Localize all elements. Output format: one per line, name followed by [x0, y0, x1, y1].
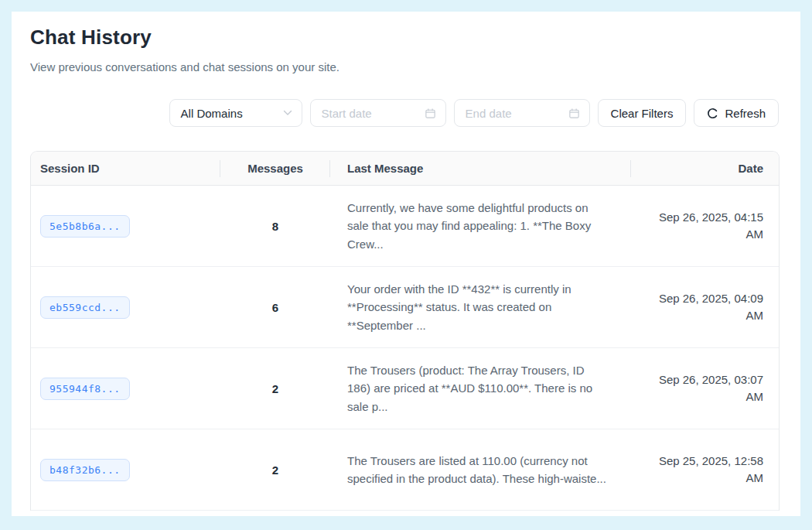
- column-header-session-id: Session ID: [31, 152, 220, 185]
- calendar-icon: [568, 108, 580, 119]
- refresh-button-label: Refresh: [725, 107, 766, 120]
- table-row[interactable]: 5e5b8b6a... 8 Currently, we have some de…: [31, 186, 779, 267]
- messages-count: 2: [272, 463, 278, 477]
- start-date-input[interactable]: Start date: [310, 99, 446, 127]
- refresh-button[interactable]: Refresh: [694, 99, 779, 127]
- last-message-preview: Your order with the ID **432** is curren…: [347, 280, 606, 334]
- date-text: Sep 25, 2025, 12:58 AM: [646, 453, 763, 487]
- last-message-cell: Your order with the ID **432** is curren…: [330, 269, 631, 345]
- calendar-icon: [425, 108, 436, 119]
- chat-history-panel: Chat History View previous conversations…: [12, 12, 800, 516]
- date-cell: Sep 26, 2025, 03:07 AM: [631, 371, 779, 405]
- messages-cell: 6: [220, 301, 330, 314]
- end-date-input[interactable]: End date: [454, 99, 590, 127]
- messages-count: 2: [272, 382, 278, 395]
- last-message-preview: Currently, we have some delightful produ…: [347, 199, 606, 253]
- column-header-date: Date: [631, 152, 779, 185]
- messages-cell: 2: [220, 463, 330, 477]
- last-message-cell: Currently, we have some delightful produ…: [330, 188, 631, 264]
- column-header-label: Last Message: [347, 162, 423, 175]
- clear-filters-button[interactable]: Clear Filters: [598, 99, 687, 127]
- column-header-label: Messages: [247, 162, 303, 175]
- date-text: Sep 26, 2025, 04:15 AM: [646, 209, 763, 243]
- filter-toolbar: All Domains Start date End date Clear Fi…: [30, 99, 779, 127]
- table-row[interactable]: b48f32b6... 2 The Trousers are listed at…: [31, 429, 779, 511]
- messages-count: 8: [272, 220, 278, 233]
- last-message-preview: The Trousers (product: The Array Trouser…: [347, 361, 606, 415]
- session-id-badge[interactable]: b48f32b6...: [40, 459, 130, 481]
- page-title: Chat History: [30, 26, 779, 50]
- table-body: 5e5b8b6a... 8 Currently, we have some de…: [31, 186, 779, 511]
- last-message-cell: The Trousers (product: The Array Trouser…: [330, 350, 631, 426]
- date-cell: Sep 26, 2025, 04:09 AM: [631, 290, 779, 324]
- date-cell: Sep 25, 2025, 12:58 AM: [631, 453, 779, 487]
- session-id-cell: eb559ccd...: [31, 296, 220, 319]
- last-message-preview: The Trousers are listed at 110.00 (curre…: [347, 452, 606, 488]
- end-date-placeholder: End date: [466, 107, 512, 120]
- session-id-cell: 955944f8...: [31, 378, 220, 400]
- column-header-messages: Messages: [220, 152, 330, 185]
- column-header-label: Date: [738, 162, 763, 175]
- messages-count: 6: [272, 301, 278, 314]
- refresh-icon: [707, 108, 718, 119]
- column-header-last-message: Last Message: [330, 152, 631, 185]
- session-id-badge[interactable]: 5e5b8b6a...: [40, 215, 130, 238]
- messages-cell: 2: [220, 382, 330, 395]
- session-id-badge[interactable]: 955944f8...: [40, 378, 130, 400]
- table-row[interactable]: eb559ccd... 6 Your order with the ID **4…: [31, 267, 779, 348]
- messages-cell: 8: [220, 220, 330, 233]
- date-cell: Sep 26, 2025, 04:15 AM: [631, 209, 779, 243]
- date-text: Sep 26, 2025, 04:09 AM: [646, 290, 763, 324]
- session-id-cell: b48f32b6...: [31, 459, 220, 481]
- page-subtitle: View previous conversations and chat ses…: [30, 60, 779, 74]
- chevron-down-icon: [283, 110, 292, 116]
- table-header-row: Session ID Messages Last Message Date: [31, 152, 779, 186]
- table-row[interactable]: 955944f8... 2 The Trousers (product: The…: [31, 348, 779, 429]
- date-text: Sep 26, 2025, 03:07 AM: [646, 371, 763, 405]
- column-header-label: Session ID: [40, 162, 100, 175]
- start-date-placeholder: Start date: [322, 107, 372, 120]
- domain-filter-select[interactable]: All Domains: [169, 99, 302, 127]
- session-id-badge[interactable]: eb559ccd...: [40, 296, 130, 319]
- chat-history-table: Session ID Messages Last Message Date 5e…: [30, 151, 780, 511]
- domain-filter-value: All Domains: [181, 107, 243, 120]
- session-id-cell: 5e5b8b6a...: [31, 215, 220, 238]
- last-message-cell: The Trousers are listed at 110.00 (curre…: [330, 441, 631, 499]
